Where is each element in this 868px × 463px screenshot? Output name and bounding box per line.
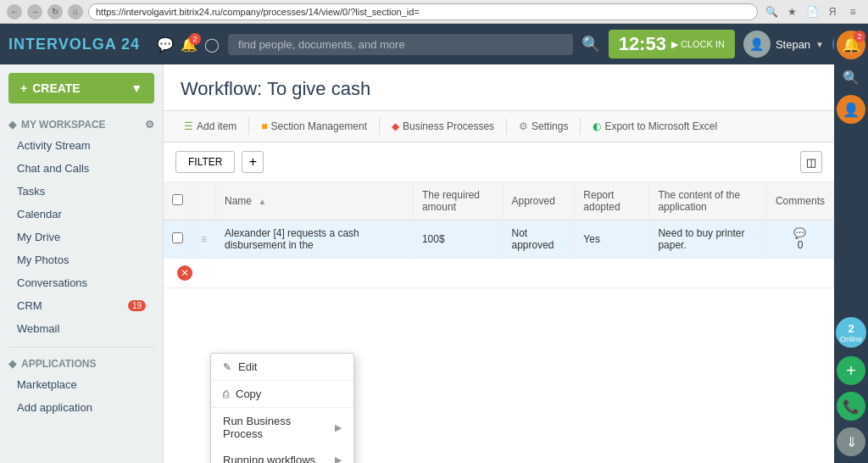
online-users-btn[interactable]: 2 Online: [836, 317, 866, 348]
section-management-btn[interactable]: ■ Section Management: [253, 116, 376, 137]
tasks-label: Tasks: [17, 185, 45, 198]
items-table: Name ▲ The required amount Approved Repo…: [164, 182, 834, 288]
browser-icon-2: ★: [783, 3, 800, 20]
notification-sidebar-icon[interactable]: 🔔 2: [837, 31, 865, 59]
context-edit-item[interactable]: ✎ Edit: [211, 354, 353, 380]
browser-icon-4: Я: [824, 3, 841, 20]
add-item-icon: ☰: [184, 120, 193, 132]
user-avatar: 👤: [743, 31, 771, 58]
row-content-cell: Need to buy printer paper.: [649, 220, 767, 259]
my-workspace-section: ◆ MY WORKSPACE ⚙ Activity Stream Chat an…: [0, 112, 163, 343]
header-icons: 💬 🔔 2 ◯: [157, 36, 220, 53]
my-drive-label: My Drive: [17, 231, 60, 243]
page-title: Workflow: To give cash: [164, 64, 834, 110]
main-layout: + CREATE ▼ ◆ MY WORKSPACE ⚙ Activity Str…: [0, 64, 868, 463]
applications-section: ◆ APPLICATIONS Marketplace Add applicati…: [0, 351, 163, 422]
webmail-label: Webmail: [17, 322, 59, 335]
th-name[interactable]: Name ▲: [216, 182, 414, 220]
add-application-label: Add application: [17, 401, 92, 414]
filter-add-btn[interactable]: +: [242, 151, 264, 173]
table-row[interactable]: ≡ Alexander [4] requests a cash disburse…: [164, 220, 834, 259]
sidebar-item-my-photos[interactable]: My Photos: [8, 248, 154, 271]
sidebar-item-marketplace[interactable]: Marketplace: [8, 373, 154, 396]
sort-icon: ▲: [258, 197, 266, 206]
settings-icon-btn[interactable]: ◯: [204, 36, 220, 53]
applications-icon: ◆: [8, 358, 16, 370]
row-drag-cell: ≡: [192, 220, 216, 259]
th-content: The content of the application: [649, 182, 767, 220]
left-sidebar: + CREATE ▼ ◆ MY WORKSPACE ⚙ Activity Str…: [0, 64, 164, 463]
sidebar-item-webmail[interactable]: Webmail: [8, 317, 154, 340]
view-toggle-btn[interactable]: ◫: [800, 151, 822, 173]
home-button[interactable]: ⌂: [68, 4, 83, 20]
workspace-settings-icon[interactable]: ⚙: [145, 119, 154, 131]
sidebar-item-add-application[interactable]: Add application: [8, 396, 154, 419]
cancel-row: ✕: [164, 259, 834, 288]
crm-label: CRM: [17, 299, 42, 312]
calendar-label: Calendar: [17, 208, 62, 220]
toolbar-sep-1: [248, 118, 249, 135]
cancel-row-btn[interactable]: ✕: [177, 265, 192, 281]
add-action-btn[interactable]: +: [837, 356, 865, 385]
filter-area: FILTER + ◫: [164, 142, 834, 182]
th-approved: Approved: [503, 182, 575, 220]
profile-sidebar-icon[interactable]: 👤: [837, 95, 865, 124]
sidebar-item-conversations[interactable]: Conversations: [8, 271, 154, 294]
bp-icon: ◆: [392, 120, 399, 132]
browser-icon-1: 🔍: [763, 3, 780, 20]
phone-btn[interactable]: 📞: [837, 392, 865, 421]
add-item-btn[interactable]: ☰ Add item: [175, 116, 245, 137]
search-input[interactable]: [228, 34, 573, 55]
row-approved-cell: Not approved: [503, 220, 575, 259]
section-mgmt-icon: ■: [261, 120, 267, 132]
sidebar-item-activity-stream[interactable]: Activity Stream: [8, 134, 154, 157]
create-dropdown-icon: ▼: [131, 81, 142, 95]
th-comments: Comments: [766, 182, 833, 220]
activity-stream-label: Activity Stream: [17, 139, 91, 152]
row-amount-cell: 100$: [413, 220, 503, 259]
right-sidebar: 🔔 2 🔍 👤 2 Online + 📞 ⇓: [834, 24, 868, 463]
sidebar-item-my-drive[interactable]: My Drive: [8, 226, 154, 248]
user-dropdown-icon: ▼: [815, 40, 824, 49]
forward-button[interactable]: →: [27, 4, 42, 20]
settings-btn[interactable]: ⚙ Settings: [510, 116, 576, 137]
sidebar-item-chat-calls[interactable]: Chat and Calls: [8, 157, 154, 180]
conversations-label: Conversations: [17, 276, 87, 289]
create-button[interactable]: + CREATE ▼: [8, 73, 154, 103]
business-processes-btn[interactable]: ◆ Business Processes: [383, 116, 503, 137]
crm-badge: 19: [128, 300, 146, 311]
export-excel-btn[interactable]: ◐ Export to Microsoft Excel: [584, 116, 726, 137]
refresh-button[interactable]: ↻: [47, 4, 63, 20]
create-plus-icon: +: [20, 81, 27, 95]
context-copy-item[interactable]: ⎙ Copy: [211, 381, 353, 407]
sidebar-item-tasks[interactable]: Tasks: [8, 180, 154, 203]
download-btn[interactable]: ⇓: [837, 427, 865, 456]
context-run-bp-item[interactable]: Run Business Process ▶: [211, 408, 353, 447]
sidebar-item-crm[interactable]: CRM 19: [8, 294, 154, 317]
th-required-amount: The required amount: [413, 182, 503, 220]
row-checkbox[interactable]: [172, 232, 183, 243]
filter-button[interactable]: FILTER: [175, 151, 235, 173]
workspace-icon: ◆: [8, 119, 16, 131]
running-wf-chevron-icon: ▶: [335, 455, 342, 463]
marketplace-label: Marketplace: [17, 378, 77, 391]
excel-icon: ◐: [593, 120, 601, 132]
search-btn[interactable]: 🔍: [581, 35, 600, 53]
applications-header: ◆ APPLICATIONS: [8, 358, 154, 370]
sidebar-item-calendar[interactable]: Calendar: [8, 203, 154, 226]
clock-in-btn[interactable]: ▶ CLOCK IN: [671, 39, 725, 50]
select-all-checkbox[interactable]: [172, 194, 183, 205]
url-bar[interactable]: [88, 3, 758, 20]
copy-icon: ⎙: [223, 388, 229, 400]
run-bp-chevron-icon: ▶: [335, 422, 342, 433]
back-button[interactable]: ←: [7, 4, 22, 20]
clock-time: 12:53: [619, 33, 666, 55]
th-checkbox: [164, 182, 192, 220]
user-area[interactable]: 👤 Stepan ▼: [743, 31, 824, 58]
browser-menu-icon[interactable]: ≡: [844, 3, 861, 20]
search-sidebar-icon[interactable]: 🔍: [837, 63, 865, 92]
create-label: CREATE: [32, 81, 81, 95]
chat-icon-btn[interactable]: 💬: [157, 36, 174, 53]
context-running-workflows-item[interactable]: Running workflows ▶: [211, 447, 353, 463]
notifications-btn[interactable]: 🔔 2: [181, 36, 198, 53]
